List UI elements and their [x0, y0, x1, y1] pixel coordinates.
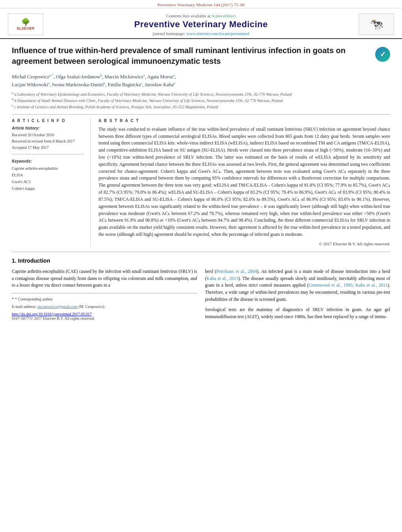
sciencedirect-link[interactable]: ScienceDirect	[212, 13, 236, 18]
doi-line: http://dx.doi.org/10.1016/j.prevetmed.20…	[12, 312, 197, 316]
abstract-col: A B S T R A C T The study was conducted …	[99, 119, 390, 246]
journal-title: Preventive Veterinary Medicine	[47, 19, 355, 30]
article-info-heading: A R T I C L E I N F O	[12, 119, 84, 123]
email-label: E-mail address:	[12, 304, 36, 309]
corresponding-label: * Corresponding author.	[15, 297, 53, 301]
elsevier-logo: 🌳 ELSEVIER	[8, 13, 43, 35]
intro-para-1-text: Caprine arthritis-encephalitis (CAE) cau…	[12, 269, 197, 288]
contents-text: Contents lists available at	[166, 13, 210, 18]
journal-header: 🌳 ELSEVIER Contents lists available at S…	[0, 8, 402, 39]
author-moroz: Agata Moroz	[147, 74, 173, 80]
journal-volume-info: Preventive Veterinary Medicine 144 (2017…	[157, 2, 244, 7]
email-person: (M. Czopowicz).	[78, 304, 105, 309]
email-line: E-mail address: mczapowicz@gmail.com (M.…	[12, 304, 197, 310]
doi-link[interactable]: http://dx.doi.org/10.1016/j.prevetmed.20…	[12, 312, 92, 316]
article-body: Influence of true within-herd prevalence…	[0, 39, 402, 330]
introduction-heading: 1. Introduction	[12, 258, 50, 264]
author-bagnicka: Emilia Bagnicka	[108, 82, 141, 87]
email-link[interactable]: mczapowicz@gmail.com	[37, 304, 78, 309]
contents-line: Contents lists available at ScienceDirec…	[47, 12, 355, 19]
author-witkowski: Lucjan Witkowski	[12, 82, 48, 87]
article-title: Influence of true within-herd prevalence…	[12, 45, 375, 67]
journal-logo-right-area: 🐄	[355, 13, 394, 35]
affil-divider	[12, 114, 390, 115]
crossmark-badge: ✓	[375, 47, 390, 62]
keywords-list: Caprine arthritis-encephalitis ELISA Gwe…	[12, 165, 84, 192]
intro-para-right-2: Serological tests are the mainstay of di…	[205, 306, 390, 321]
history-divider	[12, 154, 84, 154]
elsevier-logo-area: 🌳 ELSEVIER	[8, 13, 47, 35]
keyword-1: Caprine arthritis-encephalitis	[12, 165, 84, 172]
intro-left-col: Caprine arthritis-encephalitis (CAE) cau…	[12, 268, 197, 324]
intro-right-text-2: Serological tests are the mainstay of di…	[205, 307, 390, 319]
journal-top-bar: Preventive Veterinary Medicine 144 (2017…	[0, 0, 402, 8]
journal-logo-right: 🐄	[359, 13, 394, 35]
intro-para-right-1: herd (Peterhans et al., 2004). An infect…	[205, 268, 390, 303]
keyword-4: Cohen's kappa	[12, 185, 84, 192]
affil-c: c	[141, 81, 142, 85]
journal-homepage: journal homepage: www.elsevier.com/locat…	[47, 31, 355, 36]
keywords-section: Keywords: Caprine arthritis-encephalitis…	[12, 159, 84, 192]
ref-peterhans[interactable]: Peterhans et al., 2004	[216, 269, 257, 274]
journal-logo-icon: 🐄	[370, 18, 383, 31]
affiliation-b: b b Department of Small Animal Diseases …	[12, 97, 390, 104]
copyright-line: © 2017 Elsevier B.V. All rights reserved…	[99, 241, 390, 246]
authors: Michał Czopowicza,*, Olga Szaluś-Jordano…	[12, 73, 390, 89]
affil-a3: a	[173, 73, 175, 77]
author-markowska: Iwona Markowska-Daniel	[52, 82, 104, 87]
affil-a4: a	[48, 81, 50, 85]
homepage-url[interactable]: www.elsevier.com/locate/prevetmed	[186, 31, 249, 36]
ref-greenwood[interactable]: Greenwood et al., 1995; Kaba et al., 201…	[309, 283, 387, 287]
keyword-2: ELISA	[12, 172, 84, 178]
elsevier-tree-icon: 🌳	[21, 18, 30, 26]
section-divider	[12, 252, 390, 252]
elsevier-label: ELSEVIER	[17, 26, 35, 30]
article-info-col: A R T I C L E I N F O Article history: R…	[12, 119, 91, 246]
article-history: Received 20 October 2016 Received in rev…	[12, 132, 84, 151]
footnote-star: *	[12, 297, 14, 301]
introduction-heading-container: 1. Introduction	[12, 258, 390, 264]
article-info-abstract-row: A R T I C L E I N F O Article history: R…	[12, 119, 390, 246]
keyword-3: Gwet's AC1	[12, 178, 84, 185]
footnote-section: * * Corresponding author. E-mail address…	[12, 293, 197, 310]
introduction-body: Caprine arthritis-encephalitis (CAE) cau…	[12, 268, 390, 324]
keywords-label: Keywords:	[12, 159, 84, 163]
history-label: Article history:	[12, 126, 84, 130]
affil-b: b	[100, 73, 102, 77]
corresponding-author-line: * * Corresponding author.	[12, 296, 197, 302]
affil-a: a,*	[49, 73, 54, 77]
abstract-text: The study was conducted to evaluate infl…	[99, 126, 390, 238]
affiliation-a: a a Laboratory of Veterinary Epidemiolog…	[12, 91, 390, 97]
abstract-heading: A B S T R A C T	[99, 119, 390, 123]
affiliations: a a Laboratory of Veterinary Epidemiolog…	[12, 91, 390, 110]
affil-a5: a	[104, 81, 105, 85]
ref-kaba[interactable]: Kaba et al., 2013	[207, 276, 238, 281]
author-mickiewicz: Marcin Mickiewicz	[104, 74, 143, 80]
intro-right-col: herd (Peterhans et al., 2004). An infect…	[205, 268, 390, 324]
affil-a2: a	[143, 73, 145, 77]
revised-date: Received in revised form 8 March 2017	[12, 138, 84, 145]
article-title-section: Influence of true within-herd prevalence…	[12, 45, 390, 69]
homepage-label: journal homepage:	[153, 31, 185, 36]
affil-a6: a	[173, 81, 175, 85]
accepted-date: Accepted 17 May 2017	[12, 145, 84, 151]
issn-line: 0167-5877/© 2017 Elsevier B.V. All right…	[12, 316, 197, 321]
intro-right-text-1: herd (	[205, 269, 216, 274]
journal-header-center: Contents lists available at ScienceDirec…	[47, 12, 355, 36]
author-czopowicz: Michał Czopowicz	[12, 74, 49, 80]
received-date: Received 20 October 2016	[12, 132, 84, 138]
author-szalus: Olga Szaluś-Jordanow	[56, 74, 100, 80]
author-kaba: Jarosław Kaba	[145, 82, 173, 87]
affiliation-c: c c Institute of Genetics and Animal Bre…	[12, 104, 390, 110]
intro-para-1: Caprine arthritis-encephalitis (CAE) cau…	[12, 268, 197, 289]
